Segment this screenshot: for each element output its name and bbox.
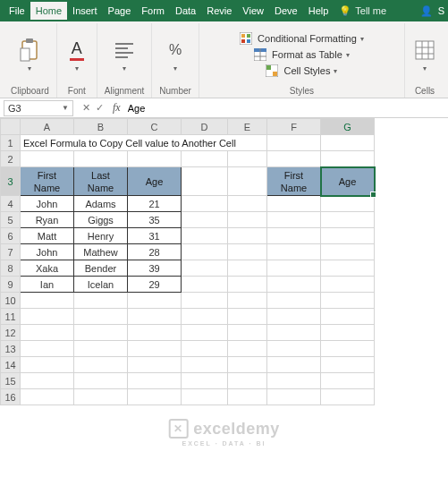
cell-E8[interactable]: [228, 260, 267, 277]
cell-D7[interactable]: [182, 244, 228, 260]
cell-F2[interactable]: [267, 151, 321, 167]
col-header-G[interactable]: G: [321, 119, 375, 135]
cell-D3[interactable]: [182, 167, 228, 196]
cell-E14[interactable]: [228, 357, 267, 373]
cell-E16[interactable]: [228, 389, 267, 405]
cell-F15[interactable]: [267, 373, 321, 389]
clipboard-icon[interactable]: [17, 38, 42, 63]
cell-F10[interactable]: [267, 293, 321, 309]
row-header-7[interactable]: 7: [1, 244, 21, 260]
cell-B2[interactable]: [74, 151, 128, 167]
cell-F4[interactable]: [267, 196, 321, 212]
cell-G14[interactable]: [321, 357, 375, 373]
cell-G8[interactable]: [321, 260, 375, 277]
cell-A5[interactable]: Ryan: [21, 212, 74, 228]
cell-B13[interactable]: [74, 341, 128, 357]
cell-F5[interactable]: [267, 212, 321, 228]
col-header-B[interactable]: B: [74, 119, 128, 135]
cell-D14[interactable]: [182, 357, 228, 373]
row-header-1[interactable]: 1: [1, 135, 21, 151]
share-icon[interactable]: 👤: [420, 5, 433, 17]
tab-view[interactable]: View: [237, 2, 269, 20]
tab-home[interactable]: Home: [30, 2, 67, 20]
cell-B6[interactable]: Henry: [74, 228, 128, 244]
cell-styles-button[interactable]: Cell Styles ▾: [264, 64, 339, 78]
cell-F11[interactable]: [267, 309, 321, 325]
cell-F6[interactable]: [267, 228, 321, 244]
cell-D16[interactable]: [182, 389, 228, 405]
cell-A12[interactable]: [21, 325, 74, 341]
cell-A9[interactable]: Ian: [21, 277, 74, 293]
cell-F9[interactable]: [267, 277, 321, 293]
cell-D9[interactable]: [182, 277, 228, 293]
cell-E15[interactable]: [228, 373, 267, 389]
cell-C6[interactable]: 31: [128, 228, 182, 244]
cell-D11[interactable]: [182, 309, 228, 325]
col-header-D[interactable]: D: [182, 119, 228, 135]
select-all-corner[interactable]: [1, 119, 21, 135]
cell-C14[interactable]: [128, 357, 182, 373]
cell-G4[interactable]: [321, 196, 375, 212]
cell-B4[interactable]: Adams: [74, 196, 128, 212]
tab-file[interactable]: File: [4, 2, 30, 20]
cell-A2[interactable]: [21, 151, 74, 167]
cell-C16[interactable]: [128, 389, 182, 405]
tab-help[interactable]: Help: [303, 2, 334, 20]
cell-D8[interactable]: [182, 260, 228, 277]
format-as-table-button[interactable]: Format as Table ▾: [252, 47, 351, 62]
cell-D15[interactable]: [182, 373, 228, 389]
row-header-15[interactable]: 15: [1, 373, 21, 389]
cell-D12[interactable]: [182, 325, 228, 341]
cell-E9[interactable]: [228, 277, 267, 293]
cell-G5[interactable]: [321, 212, 375, 228]
cell-E11[interactable]: [228, 309, 267, 325]
chevron-down-icon[interactable]: ▾: [123, 64, 126, 72]
row-header-10[interactable]: 10: [1, 293, 21, 309]
cell-E12[interactable]: [228, 325, 267, 341]
cell-C11[interactable]: [128, 309, 182, 325]
cell-G1[interactable]: [321, 135, 375, 151]
cells-icon[interactable]: [412, 38, 437, 63]
cell-D5[interactable]: [182, 212, 228, 228]
tab-page[interactable]: Page: [103, 2, 137, 20]
cell-C2[interactable]: [128, 151, 182, 167]
cell-E13[interactable]: [228, 341, 267, 357]
cell-C10[interactable]: [128, 293, 182, 309]
cell-G11[interactable]: [321, 309, 375, 325]
chevron-down-icon[interactable]: ▾: [75, 64, 79, 72]
cell-G10[interactable]: [321, 293, 375, 309]
cell-C13[interactable]: [128, 341, 182, 357]
conditional-formatting-button[interactable]: Conditional Formatting ▾: [238, 31, 366, 46]
cell-F12[interactable]: [267, 325, 321, 341]
cell-A8[interactable]: Xaka: [21, 260, 74, 277]
cell-G12[interactable]: [321, 325, 375, 341]
fx-icon[interactable]: fx: [109, 101, 124, 115]
cell-D2[interactable]: [182, 151, 228, 167]
cell-C3[interactable]: Age: [128, 167, 182, 196]
cell-G2[interactable]: [321, 151, 375, 167]
cell-G13[interactable]: [321, 341, 375, 357]
row-header-9[interactable]: 9: [1, 277, 21, 293]
chevron-down-icon[interactable]: ▾: [173, 64, 177, 72]
cell-D6[interactable]: [182, 228, 228, 244]
cell-D4[interactable]: [182, 196, 228, 212]
row-header-5[interactable]: 5: [1, 212, 21, 228]
tell-me[interactable]: 💡Tell me: [339, 5, 386, 17]
cell-A13[interactable]: [21, 341, 74, 357]
cell-E7[interactable]: [228, 244, 267, 260]
row-header-11[interactable]: 11: [1, 309, 21, 325]
tab-revie[interactable]: Revie: [201, 2, 237, 20]
chevron-down-icon[interactable]: ▾: [28, 64, 31, 72]
cell-A3[interactable]: FirstName: [21, 167, 74, 196]
cell-E4[interactable]: [228, 196, 267, 212]
row-header-2[interactable]: 2: [1, 151, 21, 167]
cell-D10[interactable]: [182, 293, 228, 309]
cell-B8[interactable]: Bender: [74, 260, 128, 277]
tab-data[interactable]: Data: [170, 2, 201, 20]
cell-A16[interactable]: [21, 389, 74, 405]
col-header-E[interactable]: E: [228, 119, 267, 135]
col-header-C[interactable]: C: [128, 119, 182, 135]
cell-B5[interactable]: Giggs: [74, 212, 128, 228]
cell-B10[interactable]: [74, 293, 128, 309]
chevron-down-icon[interactable]: ▾: [423, 64, 427, 72]
